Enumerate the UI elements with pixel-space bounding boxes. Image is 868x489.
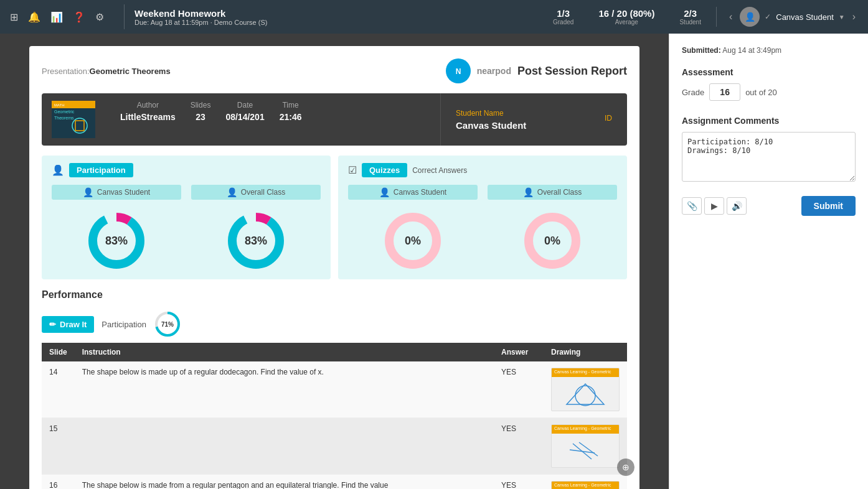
settings-icon[interactable]: ⚙ [95,11,104,23]
left-content: Presentation:Geometric Theorems N nearpo… [0,34,669,489]
quiz-student-label: 0% [405,235,421,248]
student-donut-chart: 83% [85,210,148,272]
presentation-thumbnail: MATH Geometric Theorems [52,101,95,138]
participation-student-col: 👤 Canvas Student [52,185,181,272]
grid-icon[interactable]: ⊞ [10,11,18,23]
draw-it-table: Slide Instruction Answer Drawing 14The s… [42,343,627,489]
quiz-class-chart: 0% [521,210,583,272]
draw-it-badge: ✏ Draw It [42,316,94,333]
grade-label: Grade [682,88,704,97]
student-info: Student Name Canvas Student ID [440,93,627,146]
checkmark-icon: ✓ [765,12,771,21]
quizzes-class-header: 👤 Overall Class [488,185,617,200]
table-row: 16The shape below is made from a regular… [42,475,627,490]
submit-button[interactable]: Submit [801,196,856,216]
student-stat: 2/3 Student [679,8,701,26]
right-sidebar: Submitted: Aug 14 at 3:49pm Assessment G… [669,34,868,489]
audio-button[interactable]: 🔊 [727,197,747,215]
drawing-thumbnail: Canvas Learning - Geometric [551,424,620,468]
bell-icon[interactable]: 🔔 [28,11,40,23]
comments-textarea[interactable]: Participation: 8/10 Drawings: 8/10 [682,132,856,182]
cell-slide: 16 [42,475,75,490]
participation-percent: 71% [161,321,174,328]
user-section: ‹ 👤 ✓ Canvas Student ▼ › [716,7,858,27]
quiz-class-label: 0% [544,235,560,248]
participation-class-header: 👤 Overall Class [191,185,321,200]
drawing-thumbnail: Canvas Learning - Geometric [551,481,620,489]
participation-circle: 71% [154,310,181,338]
svg-text:Geometric: Geometric [54,109,75,114]
nav-icons: ⊞ 🔔 📊 ❓ ⚙ [10,11,104,23]
cell-instruction: The shape below is made up of a regular … [75,361,494,418]
cell-slide: 15 [42,418,75,475]
video-button[interactable]: ▶ [704,197,724,215]
stats-section: 👤 Participation 👤 Canvas Student [42,156,627,279]
quizzes-header: ☑ Quizzes Correct Answers [348,163,617,177]
avatar: 👤 [740,7,760,27]
presentation-label: Presentation: [42,67,90,76]
report-header: Presentation:Geometric Theorems N nearpo… [42,58,627,83]
class-donut-label: 83% [245,235,267,248]
help-icon[interactable]: ❓ [73,11,85,23]
svg-text:N: N [455,67,461,76]
col-drawing: Drawing [544,343,627,361]
cell-slide: 14 [42,361,75,418]
dropdown-icon[interactable]: ▼ [839,14,845,21]
date-item: Date 08/14/201 [225,101,264,138]
student-donut-label: 83% [105,235,128,248]
report-type-label: Post Session Report [517,65,627,78]
grade-input[interactable] [709,83,740,101]
performance-title: Performance [42,289,627,300]
cell-answer: YES [494,475,544,490]
comment-icon-group: 📎 ▶ 🔊 [682,197,747,215]
out-of-label: out of 20 [745,88,777,97]
back-arrow[interactable]: ‹ [727,9,735,25]
col-slide: Slide [42,343,75,361]
comment-actions: 📎 ▶ 🔊 Submit [682,196,856,216]
participation-header: 👤 Participation [52,163,321,177]
grade-row: Grade out of 20 [682,83,856,101]
correct-answers-label: Correct Answers [412,166,467,175]
assessment-title: Assessment [682,67,856,77]
participation-title: Participation [69,163,133,177]
slides-item: Slides 23 [191,101,211,138]
quizzes-columns: 👤 Canvas Student 0% [348,185,617,272]
cell-drawing: Canvas Learning - Geometric [544,475,627,490]
performance-section: Performance ✏ Draw It Participation 71% [42,289,627,489]
quizzes-student-header: 👤 Canvas Student [348,185,478,200]
thumbnail-section: MATH Geometric Theorems [42,93,105,146]
attachment-button[interactable]: 📎 [682,197,702,215]
nearpod-label: nearpod [477,66,511,76]
participation-box: 👤 Participation 👤 Canvas Student [42,156,331,279]
col-instruction: Instruction [75,343,494,361]
draw-it-header: ✏ Draw It Participation 71% [42,310,627,338]
forward-arrow[interactable]: › [850,9,858,25]
assessment-section: Assessment Grade out of 20 [682,67,856,101]
average-stat: 16 / 20 (80%) Average [598,8,654,26]
class-donut-chart: 83% [225,210,287,272]
quiz-student-chart: 0% [382,210,444,272]
quiz-class-donut: 0% [488,210,617,272]
drawing-thumbnail: Canvas Learning - Geometric [551,368,620,411]
submitted-info: Submitted: Aug 14 at 3:49pm [682,46,856,55]
quizzes-class-col: 👤 Overall Class 0% [488,185,617,272]
chart-icon[interactable]: 📊 [50,11,63,23]
participation-student-header: 👤 Canvas Student [52,185,181,200]
quiz-student-donut: 0% [348,210,478,272]
report-type: N nearpod Post Session Report [446,58,627,83]
cell-instruction [75,418,494,475]
main-layout: Presentation:Geometric Theorems N nearpo… [0,34,868,489]
graded-stat: 1/3 Graded [553,8,573,26]
student-donut: 83% [52,210,181,272]
expand-button[interactable]: ⊕ [617,459,634,476]
svg-text:MATH: MATH [54,103,65,107]
assignment-stats: 1/3 Graded 16 / 20 (80%) Average 2/3 Stu… [553,8,701,26]
participation-columns: 👤 Canvas Student [52,185,321,272]
assignment-info: Weekend Homework Due: Aug 18 at 11:59pm … [134,8,538,26]
pencil-icon: ✏ [49,320,56,329]
assignment-subtitle: Due: Aug 18 at 11:59pm · Demo Course (S) [134,19,538,26]
top-navigation: ⊞ 🔔 📊 ❓ ⚙ Weekend Homework Due: Aug 18 a… [0,0,868,34]
svg-text:Theorems: Theorems [54,116,74,120]
nearpod-logo: N [446,58,471,83]
cell-drawing: Canvas Learning - Geometric [544,418,627,475]
